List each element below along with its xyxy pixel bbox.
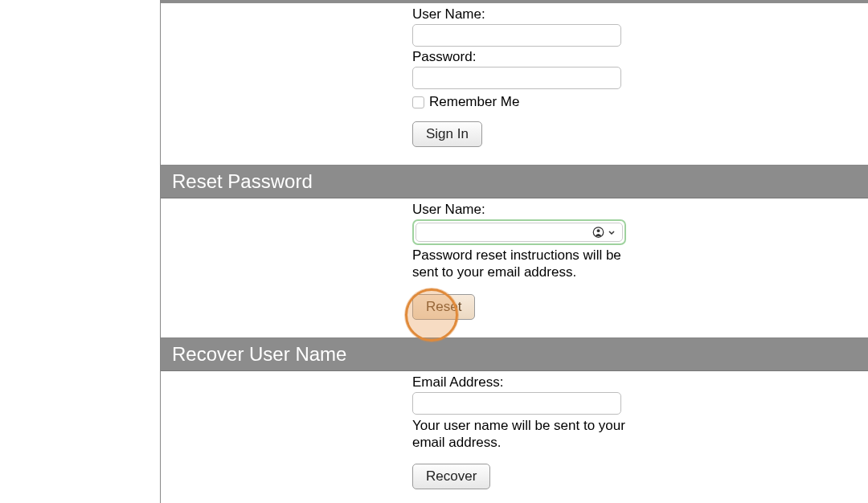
remember-me-checkbox[interactable] (412, 96, 424, 108)
recover-email-label: Email Address: (412, 374, 629, 391)
reset-desc: Password reset instructions will be sent… (412, 247, 629, 281)
signin-password-label: Password: (412, 49, 629, 65)
signin-button[interactable]: Sign In (412, 121, 482, 147)
recover-email-input[interactable] (412, 392, 621, 415)
recover-username-body: Email Address: Your user name will be se… (161, 371, 868, 504)
reset-username-label: User Name: (412, 202, 629, 218)
recover-desc: Your user name will be sent to your emai… (412, 417, 629, 452)
signin-body: User Name: Password: Remember Me Sign In (161, 3, 868, 165)
recover-username-header: Recover User Name (161, 338, 868, 371)
recover-button[interactable]: Recover (412, 464, 490, 489)
reset-username-input[interactable] (416, 223, 623, 242)
signin-username-label: User Name: (412, 6, 629, 22)
reset-password-header: Reset Password (161, 166, 868, 198)
signin-username-input[interactable] (412, 24, 621, 47)
signin-password-input[interactable] (412, 67, 621, 89)
reset-button[interactable]: Reset (412, 294, 475, 320)
remember-me-label: Remember Me (429, 94, 519, 110)
reset-password-body: User Name: (161, 198, 868, 337)
